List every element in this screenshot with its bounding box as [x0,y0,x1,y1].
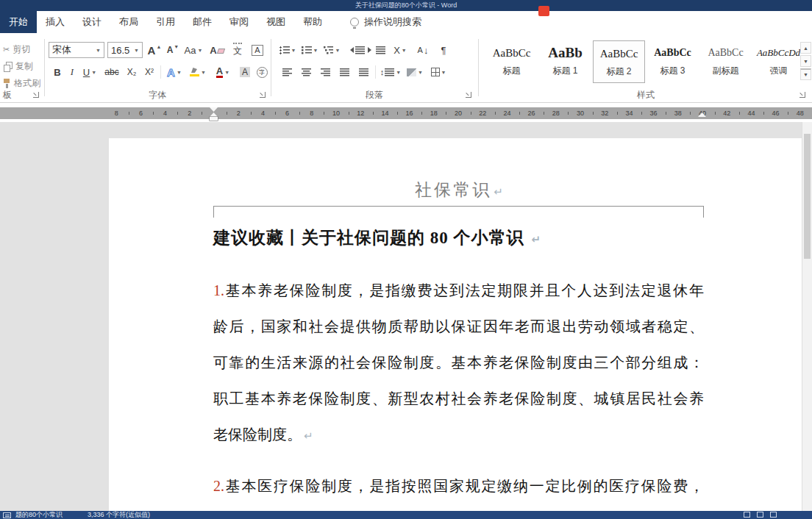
copy-button[interactable]: 复制 [3,59,33,74]
ruler-number: 8 [310,107,313,119]
print-layout-icon[interactable] [757,512,763,518]
text-lines-icon [385,68,394,76]
underline-button[interactable]: U▼ [79,64,100,80]
read-mode-icon[interactable] [744,512,750,518]
ruler-number: 6 [139,107,143,119]
control-separator [375,65,376,79]
document-heading-text: 建议收藏丨关于社保问题的 80 个小常识 [213,229,524,247]
scrollbar-thumb[interactable] [804,134,811,259]
style-item-emphasis[interactable]: AaBbCcDd 强调 [752,40,805,83]
clipboard-dialog-launcher[interactable] [32,91,40,99]
character-shading-button[interactable]: A [237,64,253,80]
strikethrough-button[interactable]: abc [102,64,122,80]
status-left-text[interactable]: 题的80个小常识 [15,510,63,519]
ruler-tick [227,112,227,115]
first-line-indent-marker[interactable] [210,107,218,112]
asian-layout-button[interactable]: X▼ [390,42,410,58]
tab-home[interactable]: 开始 [0,11,37,33]
decrease-indent-button[interactable] [347,42,365,58]
bold-button[interactable]: B [50,64,65,80]
character-border-button[interactable]: A [249,42,266,58]
text-line[interactable]: 龄后，国家和社会提供物质帮助以保证因年老而退出劳动领域者稳定、 [213,309,704,345]
right-indent-marker[interactable] [698,112,706,117]
document-page[interactable]: 社保常识↵ 建议收藏丨关于社保问题的 80 个小常识↵ 1.基本养老保险制度，是… [109,138,809,511]
font-name-combo[interactable]: 宋体 ▼ [49,42,104,58]
italic-letter: I [71,66,74,78]
subscript-button[interactable]: X₂ [124,64,140,80]
text-line[interactable]: 老保险制度。↵ [213,417,704,454]
word-count-text[interactable]: 3,336 个字符(近似值) [88,510,150,519]
ruler-number: 20 [455,107,462,119]
style-item-subtitle[interactable]: AaBbCc 副标题 [699,40,752,83]
font-dialog-launcher[interactable] [259,91,266,99]
distribute-button[interactable] [355,64,372,80]
increase-indent-button[interactable] [368,42,385,58]
styles-scroll-up-button[interactable]: ▲ [800,42,811,54]
tell-me-search[interactable]: 操作说明搜索 [350,11,421,33]
cut-button[interactable]: ✂ 剪切 [3,42,30,57]
shrink-font-button[interactable]: A▼ [165,42,181,58]
font-size-combo[interactable]: 16.5 ▼ [107,42,143,58]
text-line[interactable]: 可靠的生活来源的社会保险制度。基本养老保险制度由三个部分组成： [213,345,704,381]
sort-button[interactable]: A↓ [413,42,432,58]
body-paragraph-1[interactable]: 1.基本养老保险制度，是指缴费达到法定期限并且个人达到法定退休年 龄后，国家和社… [213,273,704,454]
text-line[interactable]: 2.基本医疗保险制度，是指按照国家规定缴纳一定比例的医疗保险费， [213,468,704,504]
align-center-button[interactable] [297,64,315,80]
text-line[interactable]: 1.基本养老保险制度，是指缴费达到法定期限并且个人达到法定退休年 [213,273,704,309]
style-item-heading-2[interactable]: AaBbCc 标题 2 [593,40,645,83]
bullets-button[interactable]: ▼ [278,42,297,58]
styles-gallery-more-button[interactable]: ▼ [800,68,811,80]
ruler-band[interactable]: 8642246810121416182022242628303234363840… [0,107,812,119]
font-group-label-text: 字体 [149,89,166,101]
proofing-icon[interactable] [3,512,11,518]
styles-dialog-launcher[interactable] [799,91,806,99]
paragraph-dialog-launcher[interactable] [465,91,472,99]
clear-formatting-icon: A [210,45,224,56]
shading-button[interactable]: ▼ [405,64,425,80]
web-layout-icon[interactable] [770,512,777,518]
borders-button[interactable]: ▼ [428,64,449,80]
multilevel-list-button[interactable]: ▼ [322,42,341,58]
font-color-button[interactable]: A▼ [212,64,234,80]
paragraph-group-label: 段落 [272,89,477,101]
tab-insert[interactable]: 插入 [37,11,74,33]
style-item-heading-1[interactable]: AaBb 标题 1 [539,40,591,83]
text-line[interactable]: 职工基本养老保险制度、新型农村社会养老保险制度、城镇居民社会养 [213,381,704,417]
superscript-button[interactable]: X² [141,64,157,80]
enclose-characters-button[interactable]: 字 [254,64,269,80]
body-paragraph-2[interactable]: 2.基本医疗保险制度，是指按照国家规定缴纳一定比例的医疗保险费， [213,468,704,504]
text-lines-icon [376,46,385,54]
vertical-scrollbar[interactable] [802,122,812,511]
style-item-heading[interactable]: AaBbCc 标题 [485,40,538,83]
clear-formatting-button[interactable]: A [207,42,227,58]
tab-design[interactable]: 设计 [74,11,110,33]
highlight-color-button[interactable]: ▼ [187,64,209,80]
tab-help[interactable]: 帮助 [294,11,331,33]
change-case-button[interactable]: Aa▼ [182,42,204,58]
document-title-line[interactable]: 社保常识↵ [109,178,809,204]
ruler-number: 38 [674,107,682,119]
align-left-button[interactable] [278,64,296,80]
style-item-heading-3[interactable]: AaBbCc 标题 3 [647,40,699,83]
tab-references[interactable]: 引用 [147,11,184,33]
title-bottom-border [213,206,704,218]
tab-review[interactable]: 审阅 [221,11,257,33]
caret-up-icon: ▲ [156,44,161,49]
justify-button[interactable] [335,64,353,80]
show-formatting-marks-button[interactable]: ¶ [435,42,452,58]
text-effects-button[interactable]: A▼ [165,64,184,80]
tab-layout[interactable]: 布局 [110,11,147,33]
italic-button[interactable]: I [66,64,78,80]
left-indent-marker[interactable] [210,117,218,121]
grow-font-button[interactable]: A▲ [146,42,163,58]
styles-scroll-down-button[interactable]: ▼ [800,55,811,67]
numbering-button[interactable]: ▼ [300,42,319,58]
line-spacing-button[interactable]: ↕▼ [380,64,402,80]
phonetic-guide-button[interactable]: 文 [228,42,247,58]
align-right-button[interactable] [316,64,334,80]
tab-view[interactable]: 视图 [257,11,294,33]
document-heading-line[interactable]: 建议收藏丨关于社保问题的 80 个小常识↵ [213,223,541,254]
notification-badge[interactable] [538,6,549,16]
tab-mailings[interactable]: 邮件 [184,11,221,33]
format-painter-icon [3,79,11,88]
